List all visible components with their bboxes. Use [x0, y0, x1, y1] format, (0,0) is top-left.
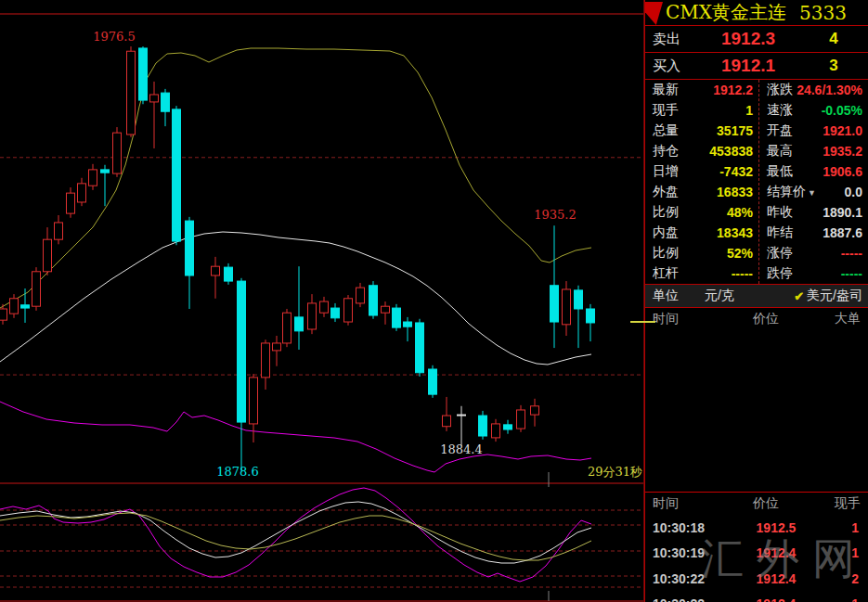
- orders-table-body: [645, 330, 868, 492]
- stat-row: 涨停-----: [759, 243, 868, 263]
- stat-row: 总量35175: [645, 121, 758, 141]
- chart-svg[interactable]: 1976.51935.21884.41878.629分31秒: [0, 0, 645, 602]
- stat-row: 日增-7432: [645, 161, 758, 182]
- stat-row: 内盘18343: [645, 223, 758, 243]
- trade-qty: 1: [823, 545, 868, 560]
- stats-right-col: 涨跌24.6/1.30%速涨-0.05%开盘1921.0最高1935.2最低19…: [758, 80, 868, 284]
- stat-label: 日增: [653, 163, 679, 180]
- stat-value: -----: [841, 266, 862, 281]
- stat-value: 24.6/1.30%: [797, 83, 862, 97]
- svg-text:1878.6: 1878.6: [216, 465, 259, 479]
- stat-row: 速涨-0.05%: [759, 100, 868, 121]
- svg-text:1976.5: 1976.5: [93, 30, 136, 44]
- trades-col-lots: 现手: [812, 495, 868, 512]
- stat-row: 外盘16833: [645, 182, 758, 202]
- ask-row[interactable]: 卖出 1912.3 4: [645, 26, 868, 53]
- chevron-down-icon[interactable]: ▼: [808, 188, 816, 198]
- stat-label: 比例: [653, 245, 679, 262]
- stat-row: 最新1912.2: [645, 80, 758, 100]
- candlestick-chart[interactable]: 1976.51935.21884.41878.629分31秒: [0, 0, 645, 602]
- trades-col-time: 时间: [645, 495, 719, 512]
- trade-row: 10:30:181912.51: [645, 515, 868, 541]
- stat-label: 昨收: [767, 204, 793, 221]
- stat-label: 昨结: [767, 224, 793, 241]
- unit-row: 单位 元/克 ✔ 美元/盎司: [645, 284, 868, 308]
- trade-qty: 2: [823, 571, 868, 586]
- trade-price: 1912.4: [729, 596, 823, 602]
- bid-label: 买入: [645, 58, 697, 75]
- stat-label: 跌停: [767, 265, 793, 282]
- stat-value: 1: [745, 103, 753, 118]
- trades-table-header: 时间 价位 现手: [645, 493, 868, 515]
- stat-value: -7432: [719, 164, 753, 179]
- stat-value: 16833: [717, 185, 753, 199]
- check-icon: ✔: [794, 289, 804, 303]
- stat-label: 杠杆: [653, 265, 679, 282]
- bid-qty: 3: [799, 57, 868, 75]
- stat-label: 最高: [767, 143, 793, 160]
- quote-panel: CMX黄金主连 5333 卖出 1912.3 4 买入 1912.1 3 最新1…: [644, 0, 868, 602]
- trade-row: 10:30:221912.42: [645, 566, 868, 592]
- ask-price: 1912.3: [697, 29, 799, 49]
- orders-table-header: 时间 价位 大单: [645, 308, 868, 330]
- stat-row: 开盘1921.0: [759, 121, 868, 141]
- stat-label: 内盘: [653, 224, 679, 241]
- trades-rows: 10:30:181912.5110:30:191912.4110:30:2219…: [645, 515, 868, 602]
- unit-toggle-usd-oz[interactable]: ✔ 美元/盎司: [794, 288, 868, 304]
- trade-row: 10:30:191912.41: [645, 541, 868, 567]
- stat-label: 现手: [653, 102, 679, 119]
- stat-label: 速涨: [767, 102, 793, 119]
- stat-label: 涨跌: [767, 82, 793, 98]
- svg-text:29分31秒: 29分31秒: [588, 465, 642, 479]
- stat-value: 1887.6: [823, 225, 862, 240]
- trade-time: 10:30:19: [645, 545, 729, 560]
- stat-row: 比例52%: [645, 243, 758, 263]
- stats-grid: 最新1912.2现手1总量35175持仓453838日增-7432外盘16833…: [645, 80, 868, 284]
- stat-value: -----: [841, 246, 862, 261]
- stat-row: 现手1: [645, 100, 758, 121]
- stat-value: 1890.1: [823, 205, 862, 220]
- stats-left-col: 最新1912.2现手1总量35175持仓453838日增-7432外盘16833…: [645, 80, 758, 284]
- stat-value: 1912.2: [713, 83, 753, 97]
- last-price-marker: [630, 321, 655, 323]
- stat-label: 总量: [653, 122, 679, 139]
- unit-value: 元/克: [705, 288, 734, 304]
- stat-value: 48%: [727, 205, 753, 220]
- bid-row[interactable]: 买入 1912.1 3: [645, 53, 868, 80]
- corner-flag-icon: [645, 2, 663, 25]
- stat-value: 1906.6: [823, 164, 862, 179]
- stat-value: 52%: [727, 246, 753, 261]
- stat-label: 外盘: [653, 184, 679, 200]
- trade-time: 10:30:22: [645, 571, 729, 586]
- stat-row: 最低1906.6: [759, 161, 868, 182]
- stat-row[interactable]: 结算价▼0.0: [759, 182, 868, 202]
- stat-label: 开盘: [767, 122, 793, 139]
- stat-value: 18343: [717, 225, 753, 240]
- stat-row: 昨收1890.1: [759, 202, 868, 223]
- stat-value: 0.0: [845, 185, 862, 199]
- trade-price: 1912.4: [729, 545, 823, 560]
- trades-col-price: 价位: [719, 495, 812, 512]
- trade-time: 10:30:22: [645, 596, 729, 602]
- stat-row: 持仓453838: [645, 141, 758, 161]
- stat-value: -0.05%: [822, 103, 862, 118]
- instrument-title: CMX黄金主连: [666, 0, 786, 25]
- trade-qty: 1: [823, 520, 868, 535]
- stat-value: 1935.2: [823, 144, 862, 159]
- stat-row: 比例48%: [645, 202, 758, 223]
- stat-row: 昨结1887.6: [759, 223, 868, 243]
- orders-col-time: 时间: [645, 311, 719, 327]
- stat-row: 最高1935.2: [759, 141, 868, 161]
- contract-code: 5333: [799, 2, 847, 24]
- trade-time: 10:30:18: [645, 520, 729, 535]
- stat-label: 最低: [767, 163, 793, 180]
- trade-row: 10:30:221912.41: [645, 592, 868, 602]
- stat-value: 453838: [709, 144, 753, 159]
- orders-col-bigorder: 大单: [812, 311, 868, 327]
- trades-section: 时间 价位 现手 10:30:181912.5110:30:191912.411…: [645, 492, 868, 601]
- unit-alt-label: 美元/盎司: [807, 288, 862, 304]
- stat-row: 跌停-----: [759, 263, 868, 284]
- stat-label: 涨停: [767, 245, 793, 262]
- ask-qty: 4: [799, 30, 868, 48]
- unit-label: 单位: [645, 288, 679, 304]
